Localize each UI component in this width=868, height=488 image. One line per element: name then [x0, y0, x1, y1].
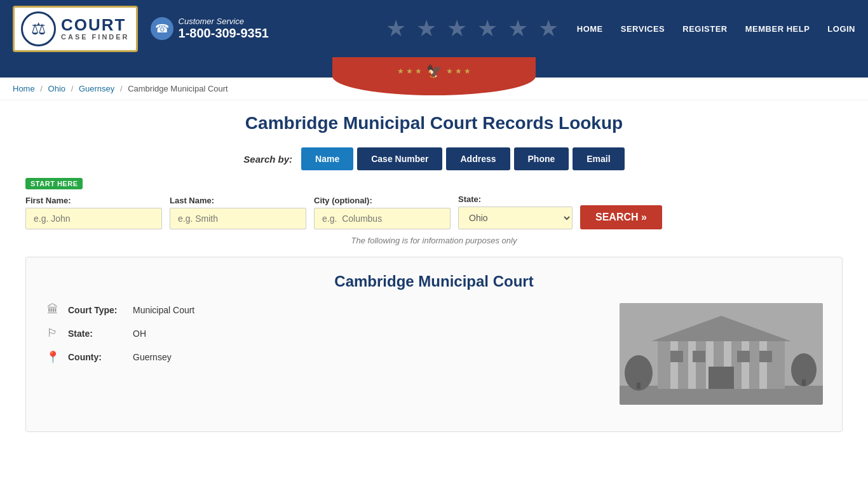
logo: ⚖ COURT CASE FINDER [13, 6, 138, 52]
nav-login[interactable]: LOGIN [827, 24, 855, 34]
breadcrumb-current: Cambridge Municipal Court [128, 84, 228, 93]
nav-member-help[interactable]: MEMBER HELP [745, 24, 810, 34]
logo-case-finder-text: CASE FINDER [61, 33, 130, 41]
city-group: City (optional): [314, 196, 451, 229]
first-name-group: First Name: [25, 196, 162, 229]
phone-icon: ☎ [151, 17, 173, 40]
breadcrumb-sep-1: / [40, 84, 43, 93]
breadcrumb-guernsey[interactable]: Guernsey [79, 84, 114, 93]
state-detail-label: State: [68, 329, 125, 339]
last-name-input[interactable] [170, 208, 306, 229]
banner-decoration: ★ ★ ★ 🦅 ★ ★ ★ [0, 57, 868, 78]
county-detail: 📍 County: Guernsey [45, 350, 609, 364]
breadcrumb-home[interactable]: Home [13, 84, 35, 93]
nav-services[interactable]: SERVICES [621, 24, 665, 34]
first-name-input[interactable] [25, 208, 162, 229]
state-label: State: [458, 194, 573, 204]
tab-name[interactable]: Name [301, 147, 353, 170]
banner-arc: ★ ★ ★ 🦅 ★ ★ ★ [332, 57, 536, 95]
main-nav: HOME SERVICES REGISTER MEMBER HELP LOGIN [577, 24, 855, 34]
customer-service: ☎ Customer Service 1-800-309-9351 [151, 17, 269, 41]
search-button-label: SEARCH » [595, 212, 647, 223]
svg-rect-9 [759, 341, 767, 389]
state-group: State: Ohio AlabamaAlaskaArizona Arkansa… [458, 194, 573, 229]
court-card: Cambridge Municipal Court 🏛 Court Type: … [25, 257, 843, 432]
svg-rect-11 [670, 351, 683, 362]
svg-rect-10 [709, 367, 734, 389]
building-icon: 🏛 [45, 303, 60, 316]
city-label: City (optional): [314, 196, 451, 205]
county-label: County: [68, 352, 125, 362]
search-button[interactable]: SEARCH » [580, 205, 662, 229]
state-select[interactable]: Ohio AlabamaAlaskaArizona ArkansasCalifo… [458, 207, 573, 229]
svg-rect-12 [693, 351, 705, 362]
cs-label: Customer Service [179, 17, 269, 26]
tab-case-number[interactable]: Case Number [357, 147, 442, 170]
banner-stars: ★ ★ ★ 🦅 ★ ★ ★ [397, 64, 471, 79]
flag-icon: 🏳 [45, 327, 60, 340]
tab-address[interactable]: Address [446, 147, 510, 170]
nav-register[interactable]: REGISTER [682, 24, 727, 34]
cs-text-block: Customer Service 1-800-309-9351 [179, 17, 269, 41]
last-name-label: Last Name: [170, 196, 306, 205]
court-card-title: Cambridge Municipal Court [45, 273, 823, 290]
header: ⚖ COURT CASE FINDER ☎ Customer Service 1… [0, 0, 868, 57]
court-type-detail: 🏛 Court Type: Municipal Court [45, 303, 609, 316]
page-title: Cambridge Municipal Court Records Lookup [25, 113, 843, 133]
city-input[interactable] [314, 208, 451, 229]
logo-court-text: COURT [61, 17, 130, 33]
tab-phone[interactable]: Phone [514, 147, 569, 170]
breadcrumb-sep-2: / [71, 84, 74, 93]
court-image [620, 303, 823, 405]
search-form: First Name: Last Name: City (optional): … [25, 194, 843, 229]
start-here-badge: START HERE [25, 178, 83, 189]
breadcrumb-sep-3: / [120, 84, 123, 93]
tab-email[interactable]: Email [573, 147, 624, 170]
search-by-row: Search by: Name Case Number Address Phon… [25, 147, 843, 170]
cs-phone: 1-800-309-9351 [179, 26, 269, 41]
svg-rect-4 [670, 341, 678, 389]
county-value: Guernsey [133, 352, 172, 362]
svg-rect-8 [742, 341, 749, 389]
info-note: The following is for information purpose… [25, 236, 843, 245]
nav-home[interactable]: HOME [577, 24, 603, 34]
main-content: Cambridge Municipal Court Records Lookup… [0, 100, 868, 451]
court-type-label: Court Type: [68, 305, 125, 315]
search-by-label: Search by: [243, 154, 292, 165]
logo-emblem: ⚖ [21, 11, 56, 46]
svg-rect-16 [637, 383, 641, 389]
header-left: ⚖ COURT CASE FINDER ☎ Customer Service 1… [13, 6, 269, 52]
location-icon: 📍 [45, 350, 60, 364]
svg-rect-18 [802, 379, 806, 386]
last-name-group: Last Name: [170, 196, 306, 229]
first-name-label: First Name: [25, 196, 162, 205]
court-type-value: Municipal Court [133, 305, 194, 315]
logo-text: COURT CASE FINDER [61, 17, 130, 41]
court-details: 🏛 Court Type: Municipal Court 🏳 State: O… [45, 303, 609, 374]
breadcrumb-ohio[interactable]: Ohio [48, 84, 65, 93]
svg-rect-14 [759, 351, 772, 362]
svg-rect-13 [737, 351, 750, 362]
svg-rect-5 [688, 341, 696, 389]
state-detail-value: OH [133, 329, 146, 339]
court-info-row: 🏛 Court Type: Municipal Court 🏳 State: O… [45, 303, 823, 405]
state-detail: 🏳 State: OH [45, 327, 609, 340]
